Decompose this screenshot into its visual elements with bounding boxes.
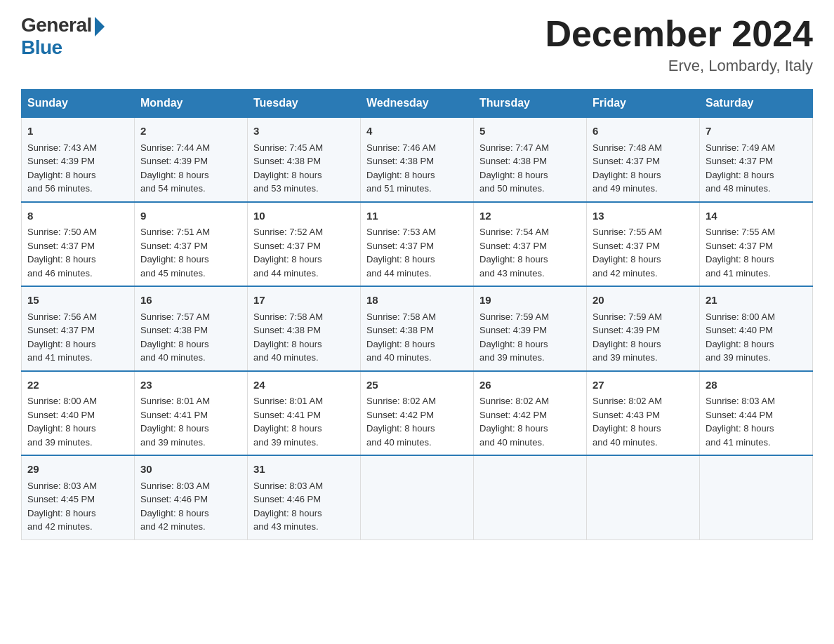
calendar-cell bbox=[474, 455, 587, 539]
calendar-cell bbox=[361, 455, 474, 539]
day-number: 31 bbox=[253, 462, 355, 478]
sunset-info: Sunset: 4:37 PM bbox=[27, 239, 128, 253]
sunset-info: Sunset: 4:37 PM bbox=[593, 154, 694, 168]
week-row-4: 22 Sunrise: 8:00 AM Sunset: 4:40 PM Dayl… bbox=[22, 371, 813, 456]
day-header-saturday: Saturday bbox=[700, 90, 813, 118]
sunset-info: Sunset: 4:39 PM bbox=[27, 154, 128, 168]
calendar-table: SundayMondayTuesdayWednesdayThursdayFrid… bbox=[21, 89, 813, 540]
calendar-cell: 24 Sunrise: 8:01 AM Sunset: 4:41 PM Dayl… bbox=[248, 371, 361, 456]
sunrise-info: Sunrise: 8:01 AM bbox=[140, 394, 241, 408]
calendar-cell: 2 Sunrise: 7:44 AM Sunset: 4:39 PM Dayli… bbox=[135, 117, 248, 202]
sunset-info: Sunset: 4:38 PM bbox=[253, 154, 355, 168]
week-row-2: 8 Sunrise: 7:50 AM Sunset: 4:37 PM Dayli… bbox=[22, 202, 813, 287]
week-row-3: 15 Sunrise: 7:56 AM Sunset: 4:37 PM Dayl… bbox=[22, 286, 813, 371]
daylight-info: Daylight: 8 hours bbox=[253, 337, 355, 351]
calendar-cell: 3 Sunrise: 7:45 AM Sunset: 4:38 PM Dayli… bbox=[248, 117, 361, 202]
daylight-minutes: and 42 minutes. bbox=[27, 520, 128, 534]
calendar-cell: 4 Sunrise: 7:46 AM Sunset: 4:38 PM Dayli… bbox=[361, 117, 474, 202]
title-area: December 2024 Erve, Lombardy, Italy bbox=[545, 14, 813, 75]
daylight-info: Daylight: 8 hours bbox=[253, 168, 355, 182]
sunset-info: Sunset: 4:39 PM bbox=[479, 323, 581, 337]
daylight-minutes: and 49 minutes. bbox=[593, 182, 694, 196]
day-number: 10 bbox=[253, 208, 355, 224]
sunset-info: Sunset: 4:37 PM bbox=[253, 239, 355, 253]
sunrise-info: Sunrise: 7:45 AM bbox=[253, 141, 355, 155]
sunset-info: Sunset: 4:39 PM bbox=[140, 154, 241, 168]
sunrise-info: Sunrise: 8:02 AM bbox=[366, 394, 468, 408]
sunset-info: Sunset: 4:39 PM bbox=[593, 323, 694, 337]
calendar-cell: 29 Sunrise: 8:03 AM Sunset: 4:45 PM Dayl… bbox=[22, 455, 135, 539]
daylight-minutes: and 40 minutes. bbox=[479, 436, 581, 450]
daylight-minutes: and 39 minutes. bbox=[593, 351, 694, 365]
calendar-cell bbox=[587, 455, 700, 539]
daylight-info: Daylight: 8 hours bbox=[593, 337, 694, 351]
daylight-info: Daylight: 8 hours bbox=[27, 253, 128, 267]
daylight-minutes: and 42 minutes. bbox=[593, 267, 694, 281]
sunset-info: Sunset: 4:40 PM bbox=[706, 323, 807, 337]
calendar-cell bbox=[700, 455, 813, 539]
day-header-wednesday: Wednesday bbox=[361, 90, 474, 118]
daylight-info: Daylight: 8 hours bbox=[253, 507, 355, 521]
day-number: 25 bbox=[366, 377, 468, 394]
calendar-cell: 9 Sunrise: 7:51 AM Sunset: 4:37 PM Dayli… bbox=[135, 202, 248, 287]
calendar-cell: 31 Sunrise: 8:03 AM Sunset: 4:46 PM Dayl… bbox=[248, 455, 361, 539]
sunset-info: Sunset: 4:42 PM bbox=[366, 408, 468, 422]
daylight-minutes: and 46 minutes. bbox=[27, 267, 128, 281]
sunset-info: Sunset: 4:37 PM bbox=[479, 239, 581, 253]
daylight-minutes: and 42 minutes. bbox=[140, 520, 241, 534]
day-header-friday: Friday bbox=[587, 90, 700, 118]
day-number: 11 bbox=[366, 208, 468, 224]
sunrise-info: Sunrise: 7:50 AM bbox=[27, 225, 128, 239]
daylight-minutes: and 41 minutes. bbox=[706, 267, 807, 281]
sunrise-info: Sunrise: 8:01 AM bbox=[253, 394, 355, 408]
daylight-minutes: and 39 minutes. bbox=[253, 436, 355, 450]
daylight-info: Daylight: 8 hours bbox=[593, 253, 694, 267]
sunset-info: Sunset: 4:40 PM bbox=[27, 408, 128, 422]
daylight-minutes: and 44 minutes. bbox=[366, 267, 468, 281]
daylight-info: Daylight: 8 hours bbox=[366, 168, 468, 182]
calendar-cell: 17 Sunrise: 7:58 AM Sunset: 4:38 PM Dayl… bbox=[248, 286, 361, 371]
sunset-info: Sunset: 4:41 PM bbox=[253, 408, 355, 422]
header-row: SundayMondayTuesdayWednesdayThursdayFrid… bbox=[22, 90, 813, 118]
calendar-cell: 7 Sunrise: 7:49 AM Sunset: 4:37 PM Dayli… bbox=[700, 117, 813, 202]
week-row-5: 29 Sunrise: 8:03 AM Sunset: 4:45 PM Dayl… bbox=[22, 455, 813, 539]
daylight-minutes: and 39 minutes. bbox=[140, 436, 241, 450]
day-number: 7 bbox=[706, 123, 807, 140]
daylight-info: Daylight: 8 hours bbox=[479, 337, 581, 351]
sunrise-info: Sunrise: 7:54 AM bbox=[479, 225, 581, 239]
logo: General Blue bbox=[21, 14, 105, 59]
sunset-info: Sunset: 4:42 PM bbox=[479, 408, 581, 422]
daylight-minutes: and 39 minutes. bbox=[479, 351, 581, 365]
sunrise-info: Sunrise: 7:59 AM bbox=[593, 310, 694, 324]
sunrise-info: Sunrise: 7:55 AM bbox=[593, 225, 694, 239]
daylight-minutes: and 54 minutes. bbox=[140, 182, 241, 196]
calendar-cell: 15 Sunrise: 7:56 AM Sunset: 4:37 PM Dayl… bbox=[22, 286, 135, 371]
sunrise-info: Sunrise: 7:58 AM bbox=[253, 310, 355, 324]
day-number: 30 bbox=[140, 462, 241, 478]
sunrise-info: Sunrise: 8:00 AM bbox=[706, 310, 807, 324]
sunrise-info: Sunrise: 7:59 AM bbox=[479, 310, 581, 324]
sunrise-info: Sunrise: 8:02 AM bbox=[593, 394, 694, 408]
calendar-cell: 21 Sunrise: 8:00 AM Sunset: 4:40 PM Dayl… bbox=[700, 286, 813, 371]
day-number: 1 bbox=[27, 123, 128, 140]
day-number: 22 bbox=[27, 377, 128, 394]
sunset-info: Sunset: 4:37 PM bbox=[140, 239, 241, 253]
daylight-info: Daylight: 8 hours bbox=[366, 337, 468, 351]
day-number: 21 bbox=[706, 293, 807, 309]
calendar-cell: 30 Sunrise: 8:03 AM Sunset: 4:46 PM Dayl… bbox=[135, 455, 248, 539]
sunrise-info: Sunrise: 7:52 AM bbox=[253, 225, 355, 239]
daylight-info: Daylight: 8 hours bbox=[593, 422, 694, 436]
daylight-minutes: and 48 minutes. bbox=[706, 182, 807, 196]
day-number: 19 bbox=[479, 293, 581, 309]
sunrise-info: Sunrise: 7:44 AM bbox=[140, 141, 241, 155]
calendar-cell: 12 Sunrise: 7:54 AM Sunset: 4:37 PM Dayl… bbox=[474, 202, 587, 287]
day-number: 28 bbox=[706, 377, 807, 394]
daylight-info: Daylight: 8 hours bbox=[140, 422, 241, 436]
daylight-minutes: and 41 minutes. bbox=[27, 351, 128, 365]
daylight-minutes: and 40 minutes. bbox=[253, 351, 355, 365]
day-header-tuesday: Tuesday bbox=[248, 90, 361, 118]
daylight-info: Daylight: 8 hours bbox=[253, 422, 355, 436]
day-number: 26 bbox=[479, 377, 581, 394]
daylight-info: Daylight: 8 hours bbox=[27, 507, 128, 521]
day-number: 2 bbox=[140, 123, 241, 140]
